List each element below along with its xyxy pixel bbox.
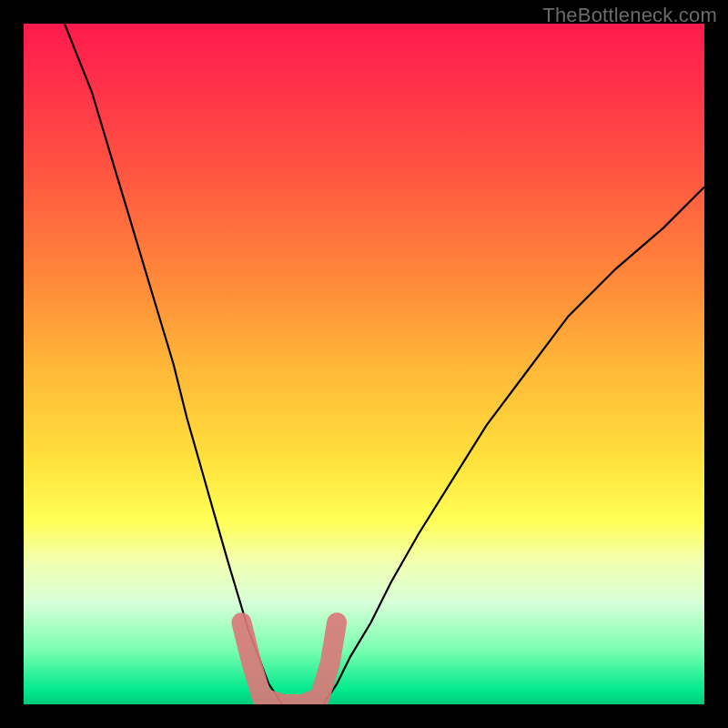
gradient-plot-area xyxy=(24,24,704,704)
chart-svg xyxy=(24,24,704,704)
left-curve xyxy=(65,24,282,704)
right-curve xyxy=(323,187,704,705)
optimum-marker xyxy=(241,622,337,704)
outer-frame: TheBottleneck.com xyxy=(0,0,728,728)
watermark-text: TheBottleneck.com xyxy=(542,4,717,27)
